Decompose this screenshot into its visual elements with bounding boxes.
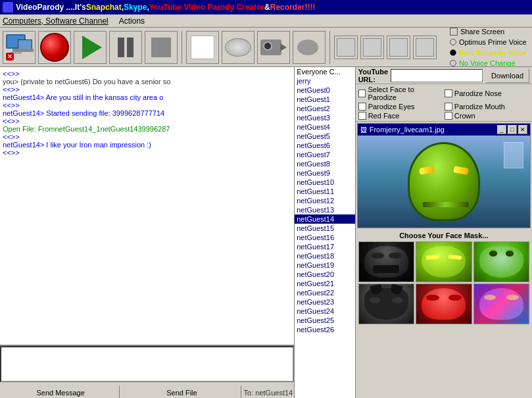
send-message-button[interactable]: Send Message <box>1 386 120 398</box>
maximize-button[interactable]: □ <box>508 125 517 134</box>
msg-3: <<>> <box>3 86 291 93</box>
bg-window <box>504 142 523 168</box>
darth-vader-mask[interactable] <box>358 241 414 282</box>
bart-simpson-row[interactable]: Bart Simpson Voice <box>450 49 527 57</box>
msg-6: netGuest14> Started sending file: 399962… <box>3 109 291 117</box>
user-list[interactable]: Everyone C... jerry netGuest0 netGuest1 … <box>295 67 355 398</box>
small-sq3-btn[interactable] <box>387 36 410 59</box>
user-netguest22[interactable]: netGuest22 <box>295 288 354 297</box>
green-tiger-mask[interactable] <box>473 241 529 282</box>
optimus-prime-radio[interactable] <box>450 39 456 45</box>
batman-mask[interactable] <box>358 284 414 324</box>
parodize-eyes-row[interactable]: Parodize Eyes <box>358 103 443 111</box>
user-netguest24[interactable]: netGuest24 <box>295 307 354 316</box>
crown-row[interactable]: Crown <box>445 112 529 120</box>
chat-input-field[interactable] <box>0 346 294 382</box>
bart-simpson-radio[interactable] <box>450 49 456 56</box>
cam1-btn[interactable] <box>257 31 290 64</box>
user-netguest6[interactable]: netGuest6 <box>295 141 354 150</box>
user-netguest10[interactable]: netGuest10 <box>295 178 354 187</box>
parodize-mouth-checkbox[interactable] <box>445 103 452 111</box>
chat-messages[interactable]: <<>> you> (private to netGuest6) Do you … <box>0 67 294 345</box>
menu-computers[interactable]: Computers, Software Channel <box>3 16 109 26</box>
oval-btn[interactable] <box>222 31 254 64</box>
optimus-prime-row[interactable]: Optimus Prime Voice <box>450 38 527 46</box>
user-netguest15[interactable]: netGuest15 <box>295 224 354 233</box>
parodize-nose-checkbox[interactable] <box>445 89 452 97</box>
close-button[interactable]: ✕ <box>518 125 527 134</box>
parodize-nose-row[interactable]: Parodize Nose <box>445 86 529 101</box>
user-netguest18[interactable]: netGuest18 <box>295 251 354 261</box>
mardi-gras-mask[interactable] <box>473 284 529 324</box>
red-masquerade-mask[interactable] <box>416 284 472 324</box>
msg-9: <<>> <box>3 133 291 141</box>
no-voice-radio[interactable] <box>450 60 456 66</box>
webcam-titlebar: 🖼 Fromjerry_livecam1.jpg _ □ ✕ <box>358 124 530 136</box>
user-netguest19[interactable]: netGuest19 <box>295 261 354 270</box>
small-sq2-btn[interactable] <box>360 36 384 59</box>
youtube-url-input[interactable] <box>391 69 483 82</box>
select-face-label: Select Face to Parodize <box>368 86 443 101</box>
share-screen-checkbox[interactable] <box>450 28 458 36</box>
user-netguest12[interactable]: netGuest12 <box>295 196 354 205</box>
red-face-row[interactable]: Red Face <box>358 112 443 120</box>
user-netguest2[interactable]: netGuest2 <box>295 104 354 113</box>
small-sq1-btn[interactable] <box>334 36 358 59</box>
user-netguest25[interactable]: netGuest25 <box>295 316 354 325</box>
user-netguest11[interactable]: netGuest11 <box>295 187 354 196</box>
user-netguest14[interactable]: netGuest14 <box>295 214 354 224</box>
chat-input-area: Send Message Send File To: netGuest14 <box>0 345 294 398</box>
download-button[interactable]: Download <box>485 68 529 83</box>
user-netguest21[interactable]: netGuest21 <box>295 279 354 288</box>
computer-icon-btn[interactable]: ✕ <box>3 31 36 64</box>
msg-4: netGuest14> Are you still in the kansas … <box>3 93 291 101</box>
cam2-btn[interactable] <box>293 31 326 64</box>
share-screen-row: Share Screen <box>450 28 527 36</box>
user-netguest9[interactable]: netGuest9 <box>295 168 354 178</box>
play-button[interactable] <box>74 31 107 64</box>
stop-button[interactable] <box>145 31 178 64</box>
main-area: <<>> you> (private to netGuest6) Do you … <box>0 67 532 398</box>
iron-man-right-eye <box>453 166 468 175</box>
record-button[interactable] <box>38 31 71 64</box>
msg-8: Open File: FromnetGuest14_1netGuest14399… <box>3 125 291 133</box>
select-face-checkbox[interactable] <box>358 89 366 97</box>
user-netguest8[interactable]: netGuest8 <box>295 159 354 168</box>
user-netguest5[interactable]: netGuest5 <box>295 132 354 141</box>
user-netguest23[interactable]: netGuest23 <box>295 297 354 307</box>
red-face-checkbox[interactable] <box>358 112 366 120</box>
masks-title: Choose Your Face Mask... <box>357 231 531 240</box>
webcam-title: Fromjerry_livecam1.jpg <box>370 126 497 134</box>
user-netguest13[interactable]: netGuest13 <box>295 205 354 214</box>
user-netguest17[interactable]: netGuest17 <box>295 242 354 251</box>
user-netguest20[interactable]: netGuest20 <box>295 270 354 279</box>
user-netguest0[interactable]: netGuest0 <box>295 86 354 95</box>
parodize-eyes-checkbox[interactable] <box>358 103 366 111</box>
toolbar: ✕ <box>0 28 532 67</box>
iron-man-mouth <box>423 202 469 207</box>
user-netguest3[interactable]: netGuest3 <box>295 113 354 122</box>
white-square-btn[interactable] <box>186 31 219 64</box>
user-netguest1[interactable]: netGuest1 <box>295 95 354 104</box>
parodize-mouth-label: Parodize Mouth <box>454 103 505 111</box>
user-netguest16[interactable]: netGuest16 <box>295 233 354 242</box>
pause-button[interactable] <box>109 31 142 64</box>
parodize-mouth-row[interactable]: Parodize Mouth <box>445 103 529 111</box>
iron-man-mask[interactable] <box>416 241 472 282</box>
minimize-button[interactable]: _ <box>497 125 506 134</box>
user-jerry[interactable]: jerry <box>295 76 354 86</box>
to-label: To: netGuest14 <box>244 389 293 397</box>
user-netguest4[interactable]: netGuest4 <box>295 122 354 132</box>
send-file-button[interactable]: Send File <box>122 386 241 398</box>
user-netguest7[interactable]: netGuest7 <box>295 150 354 159</box>
msg-5: <<>> <box>3 101 291 109</box>
crown-checkbox[interactable] <box>445 112 452 120</box>
voice-options-panel: Share Screen Optimus Prime Voice Bart Si… <box>450 27 529 68</box>
no-voice-row[interactable]: No Voice Change <box>450 59 527 67</box>
menu-actions[interactable]: Actions <box>119 16 145 26</box>
bart-simpson-label: Bart Simpson Voice <box>459 49 527 57</box>
menu-bar: Computers, Software Channel Actions <box>0 14 532 28</box>
small-sq4-btn[interactable] <box>413 36 437 59</box>
user-netguest26[interactable]: netGuest26 <box>295 325 354 334</box>
select-face-row[interactable]: Select Face to Parodize <box>358 86 443 101</box>
